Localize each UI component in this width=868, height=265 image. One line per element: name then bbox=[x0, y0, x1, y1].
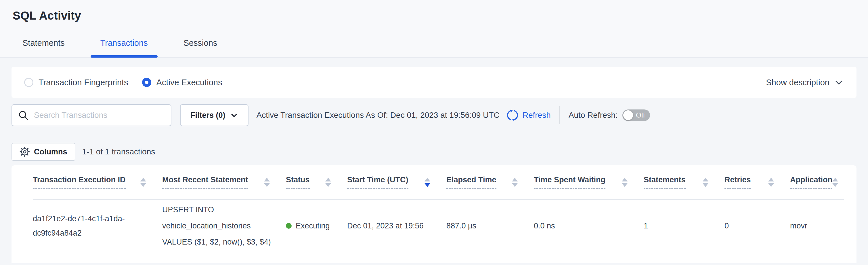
tab-transactions[interactable]: Transactions bbox=[91, 38, 158, 57]
content-area: Transaction Fingerprints Active Executio… bbox=[0, 67, 868, 263]
refresh-button[interactable]: Refresh bbox=[506, 109, 551, 122]
show-description-toggle[interactable]: Show description bbox=[766, 78, 844, 87]
as-of-text: Active Transaction Executions As Of: Dec… bbox=[256, 111, 500, 120]
sort-icon-active-desc[interactable] bbox=[425, 178, 430, 187]
sql-activity-page: SQL Activity Statements Transactions Ses… bbox=[0, 0, 868, 265]
column-header-start-time[interactable]: Start Time (UTC) bbox=[347, 165, 446, 200]
search-icon bbox=[18, 110, 29, 121]
radio-label: Transaction Fingerprints bbox=[38, 78, 128, 87]
cell-elapsed-time: 887.0 µs bbox=[446, 200, 534, 252]
sort-icon[interactable] bbox=[141, 178, 146, 187]
sort-icon[interactable] bbox=[703, 178, 708, 187]
page-header: SQL Activity Statements Transactions Ses… bbox=[0, 0, 868, 58]
search-input[interactable] bbox=[33, 110, 165, 120]
controls-row: Filters (0) Active Transaction Execution… bbox=[11, 104, 857, 126]
cell-start-time: Dec 01, 2023 at 19:56 bbox=[347, 200, 446, 252]
vertical-divider bbox=[559, 106, 560, 124]
status-badge: Executing bbox=[296, 221, 330, 231]
chevron-down-icon bbox=[230, 111, 238, 119]
column-header-retries[interactable]: Retries bbox=[724, 165, 790, 200]
table-header-row: Transaction Execution ID Most Recent Sta… bbox=[33, 165, 844, 200]
refresh-label: Refresh bbox=[523, 111, 551, 120]
cell-time-spent-waiting: 0.0 ns bbox=[534, 200, 644, 252]
refresh-icon bbox=[506, 109, 519, 122]
cell-statements: 1 bbox=[644, 200, 724, 252]
transactions-table: Transaction Execution ID Most Recent Sta… bbox=[33, 165, 844, 252]
radio-active-executions[interactable]: Active Executions bbox=[142, 78, 222, 87]
search-box[interactable] bbox=[11, 104, 172, 126]
sort-icon[interactable] bbox=[832, 178, 838, 187]
column-header-application[interactable]: Application bbox=[790, 165, 844, 200]
tab-bar: Statements Transactions Sessions bbox=[0, 38, 868, 57]
cell-retries: 0 bbox=[724, 200, 790, 252]
column-header-most-recent-statement[interactable]: Most Recent Statement bbox=[162, 165, 286, 200]
status-executing-dot bbox=[286, 223, 291, 229]
auto-refresh-label: Auto Refresh: bbox=[568, 111, 618, 120]
cell-application: movr bbox=[790, 200, 844, 252]
cell-status: Executing bbox=[286, 200, 347, 252]
filters-label: Filters (0) bbox=[190, 111, 225, 120]
view-mode-card: Transaction Fingerprints Active Executio… bbox=[11, 67, 857, 98]
columns-button[interactable]: Columns bbox=[11, 143, 75, 161]
filters-button[interactable]: Filters (0) bbox=[180, 104, 248, 126]
tab-sessions[interactable]: Sessions bbox=[174, 38, 227, 57]
result-count: 1-1 of 1 transactions bbox=[82, 147, 155, 156]
toggle-state-label: Off bbox=[636, 111, 645, 119]
radio-transaction-fingerprints[interactable]: Transaction Fingerprints bbox=[24, 78, 128, 87]
column-header-time-spent-waiting[interactable]: Time Spent Waiting bbox=[534, 165, 644, 200]
radio-unselected-icon[interactable] bbox=[24, 78, 33, 87]
page-title: SQL Activity bbox=[0, 0, 868, 23]
columns-label: Columns bbox=[34, 148, 67, 156]
toggle-knob bbox=[623, 110, 633, 120]
radio-selected-icon[interactable] bbox=[142, 78, 151, 87]
radio-label: Active Executions bbox=[156, 78, 222, 87]
gear-icon bbox=[20, 147, 30, 157]
cell-transaction-execution-id[interactable]: da1f21e2-de71-4c1f-a1da-dc9fc94a84a2 bbox=[33, 200, 162, 252]
auto-refresh-toggle[interactable]: Off bbox=[622, 109, 650, 121]
column-header-transaction-execution-id[interactable]: Transaction Execution ID bbox=[33, 165, 162, 200]
sort-icon[interactable] bbox=[622, 178, 627, 187]
column-header-elapsed-time[interactable]: Elapsed Time bbox=[446, 165, 534, 200]
cell-most-recent-statement[interactable]: UPSERT INTO vehicle_location_histories V… bbox=[162, 200, 286, 252]
column-header-status[interactable]: Status bbox=[286, 165, 347, 200]
transactions-table-card: Transaction Execution ID Most Recent Sta… bbox=[11, 165, 857, 263]
tab-statements[interactable]: Statements bbox=[13, 38, 74, 57]
sort-icon[interactable] bbox=[264, 178, 270, 187]
table-row: da1f21e2-de71-4c1f-a1da-dc9fc94a84a2 UPS… bbox=[33, 200, 844, 252]
sort-icon[interactable] bbox=[512, 178, 518, 187]
column-header-statements[interactable]: Statements bbox=[644, 165, 724, 200]
sort-icon[interactable] bbox=[325, 178, 331, 187]
table-toolbar: Columns 1-1 of 1 transactions bbox=[11, 143, 857, 161]
show-description-label: Show description bbox=[766, 78, 830, 87]
sort-icon[interactable] bbox=[768, 178, 774, 187]
chevron-down-icon bbox=[834, 78, 844, 87]
